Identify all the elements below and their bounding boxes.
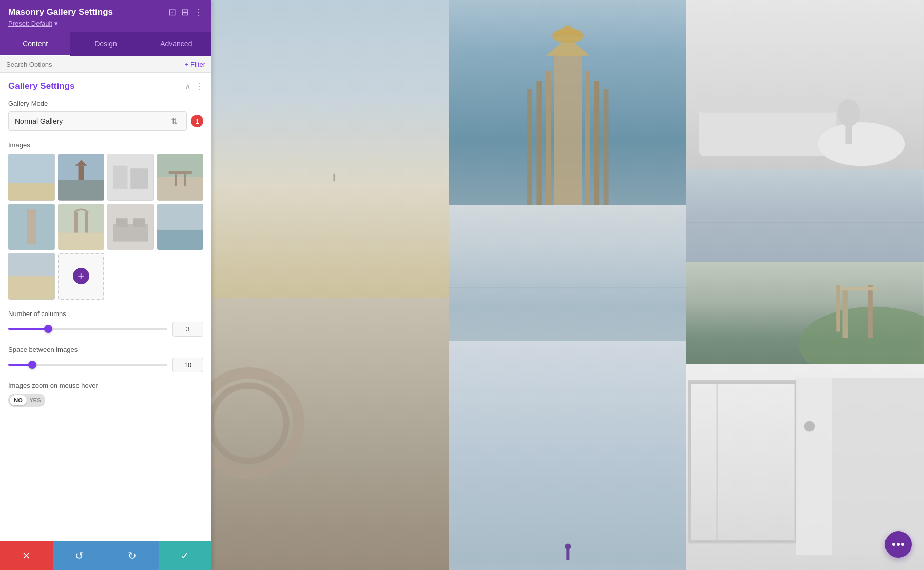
svg-rect-48 <box>566 549 569 560</box>
sidebar-header: Masonry Gallery Settings ⊡ ⊞ ⋮ Preset: D… <box>0 0 211 32</box>
svg-rect-4 <box>78 166 84 180</box>
svg-rect-39 <box>594 81 599 205</box>
gallery-mode-badge: 1 <box>191 115 203 127</box>
svg-rect-55 <box>846 125 852 144</box>
gallery-column-1 <box>211 0 449 570</box>
columns-slider-track[interactable] <box>8 328 167 330</box>
svg-rect-13 <box>184 174 186 186</box>
filter-button[interactable]: + Filter <box>185 61 205 68</box>
gallery-grid <box>211 0 924 570</box>
tab-bar: Content Design Advanced <box>0 32 211 56</box>
columns-slider-row: 3 <box>8 322 203 337</box>
zoom-field: Images zoom on mouse hover NO YES <box>8 382 203 407</box>
svg-rect-37 <box>527 89 532 205</box>
svg-rect-26 <box>8 253 55 276</box>
bottom-toolbar: ✕ ↺ ↻ ✓ <box>0 541 211 570</box>
section-title: Gallery Settings <box>8 81 74 91</box>
spacing-label: Space between images <box>8 346 203 353</box>
gallery-mode-field: Normal Gallery ⇅ 1 <box>8 111 203 131</box>
undo-button[interactable]: ↺ <box>53 541 106 570</box>
chat-dot-3 <box>901 543 904 546</box>
spacing-value[interactable]: 10 <box>172 358 203 372</box>
add-image-button[interactable]: + <box>58 253 105 300</box>
gallery-image-2[interactable] <box>449 0 687 205</box>
svg-rect-66 <box>717 382 718 542</box>
columns-slider-fill <box>8 328 48 330</box>
more-icon[interactable]: ⋮ <box>194 8 203 17</box>
gallery-image-5[interactable] <box>211 298 449 570</box>
spacing-slider-thumb[interactable] <box>28 361 36 369</box>
section-header: Gallery Settings ∧ ⋮ <box>8 81 203 91</box>
image-thumb-6[interactable] <box>58 204 105 250</box>
svg-rect-12 <box>174 174 177 186</box>
gallery-image-7[interactable] <box>686 262 924 364</box>
tab-design[interactable]: Design <box>70 32 141 56</box>
copy-icon[interactable]: ⊡ <box>168 8 176 17</box>
header-actions: ⊡ ⊞ ⋮ <box>168 8 203 17</box>
svg-rect-52 <box>699 97 837 112</box>
svg-rect-29 <box>333 174 335 182</box>
svg-point-53 <box>818 122 905 166</box>
zoom-label: Images zoom on mouse hover <box>8 382 203 389</box>
chat-bubble[interactable] <box>885 531 912 558</box>
svg-rect-35 <box>546 71 551 205</box>
preset-label[interactable]: Preset: Default ▾ <box>8 19 203 27</box>
svg-rect-24 <box>157 204 204 230</box>
toggle-off[interactable]: NO <box>10 395 27 405</box>
svg-rect-47 <box>449 341 687 570</box>
image-thumb-9[interactable] <box>8 253 55 300</box>
section-more-icon[interactable]: ⋮ <box>195 82 203 91</box>
svg-point-54 <box>838 99 860 127</box>
svg-rect-56 <box>686 169 924 262</box>
section-actions: ∧ ⋮ <box>185 82 203 91</box>
svg-rect-62 <box>840 287 877 290</box>
image-thumb-3[interactable] <box>107 154 154 201</box>
tab-content[interactable]: Content <box>0 32 70 56</box>
save-button[interactable]: ✓ <box>159 541 211 570</box>
search-input[interactable] <box>6 61 181 68</box>
svg-rect-8 <box>130 168 148 189</box>
chat-dot-2 <box>897 543 900 546</box>
image-thumb-7[interactable] <box>107 204 154 250</box>
svg-rect-63 <box>837 285 840 331</box>
tab-advanced[interactable]: Advanced <box>141 32 211 56</box>
spacing-slider-track[interactable] <box>8 364 167 366</box>
svg-rect-0 <box>8 154 55 183</box>
gallery-column-3 <box>686 0 924 570</box>
gallery-column-2 <box>449 0 687 570</box>
image-thumb-1[interactable] <box>8 154 55 201</box>
gallery-image-4[interactable] <box>686 169 924 262</box>
image-thumb-8[interactable] <box>157 204 204 250</box>
zoom-toggle[interactable]: NO YES <box>8 394 45 407</box>
redo-button[interactable]: ↻ <box>106 541 159 570</box>
svg-rect-60 <box>843 288 848 338</box>
svg-rect-67 <box>796 378 832 555</box>
gallery-image-1[interactable] <box>211 0 449 298</box>
columns-slider-thumb[interactable] <box>44 325 52 333</box>
svg-rect-17 <box>58 232 105 250</box>
svg-rect-57 <box>686 222 924 223</box>
svg-rect-25 <box>157 229 204 250</box>
svg-rect-28 <box>211 0 449 298</box>
svg-rect-19 <box>85 212 88 232</box>
gallery-image-9[interactable] <box>449 341 687 570</box>
svg-point-69 <box>804 421 815 432</box>
svg-rect-27 <box>8 276 55 299</box>
svg-rect-3 <box>58 180 105 201</box>
gallery-image-3[interactable] <box>686 0 924 169</box>
image-thumb-5[interactable] <box>8 204 55 250</box>
chat-dot-1 <box>892 543 895 546</box>
image-thumb-2[interactable] <box>58 154 105 201</box>
collapse-icon[interactable]: ∧ <box>185 82 191 91</box>
spacing-field: Space between images 10 <box>8 346 203 372</box>
svg-rect-30 <box>211 298 449 570</box>
columns-icon[interactable]: ⊞ <box>181 8 189 17</box>
toggle-on[interactable]: YES <box>27 395 44 405</box>
close-button[interactable]: ✕ <box>0 541 53 570</box>
svg-rect-61 <box>868 285 873 338</box>
columns-value[interactable]: 3 <box>172 322 203 337</box>
image-thumb-4[interactable] <box>157 154 204 201</box>
columns-field: Number of columns 3 <box>8 310 203 337</box>
gallery-image-6[interactable] <box>449 205 687 341</box>
gallery-mode-select[interactable]: Normal Gallery <box>8 111 187 131</box>
